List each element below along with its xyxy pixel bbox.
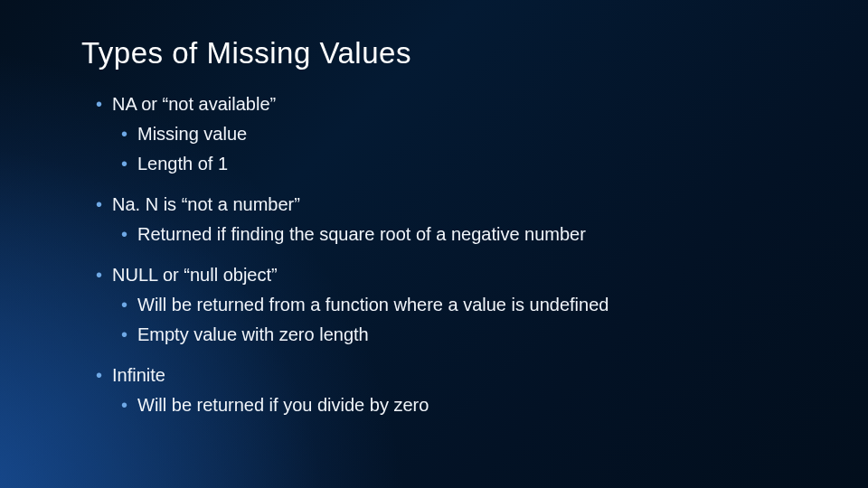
bullet-item: Missing value (137, 122, 841, 146)
bullet-text: Returned if finding the square root of a… (137, 224, 586, 244)
bullet-text: Will be returned if you divide by zero (137, 395, 429, 415)
bullet-sublist: Will be returned from a function where a… (137, 293, 841, 347)
bullet-item: Returned if finding the square root of a… (137, 222, 841, 247)
bullet-sublist: Will be returned if you divide by zero (137, 393, 841, 418)
bullet-list: NA or “not available” Missing value Leng… (112, 92, 841, 418)
bullet-item: Length of 1 (137, 152, 841, 176)
bullet-text: Will be returned from a function where a… (137, 295, 609, 314)
slide-title: Types of Missing Values (81, 36, 841, 70)
bullet-text: Na. N is “not a number” (112, 194, 300, 214)
bullet-sublist: Returned if finding the square root of a… (137, 222, 841, 247)
slide: Types of Missing Values NA or “not avail… (0, 0, 868, 488)
bullet-item: Infinite Will be returned if you divide … (112, 363, 841, 418)
bullet-text: NULL or “null object” (112, 265, 278, 285)
bullet-text: Empty value with zero length (137, 324, 369, 344)
bullet-text: Missing value (137, 124, 247, 144)
bullet-sublist: Missing value Length of 1 (137, 122, 841, 176)
bullet-item: NULL or “null object” Will be returned f… (112, 263, 841, 347)
bullet-item: Will be returned from a function where a… (137, 293, 841, 317)
bullet-text: NA or “not available” (112, 94, 276, 114)
bullet-text: Length of 1 (137, 154, 228, 174)
bullet-text: Infinite (112, 365, 165, 385)
bullet-item: Will be returned if you divide by zero (137, 393, 841, 418)
bullet-item: NA or “not available” Missing value Leng… (112, 92, 841, 176)
bullet-item: Na. N is “not a number” Returned if find… (112, 192, 841, 247)
bullet-item: Empty value with zero length (137, 323, 841, 347)
